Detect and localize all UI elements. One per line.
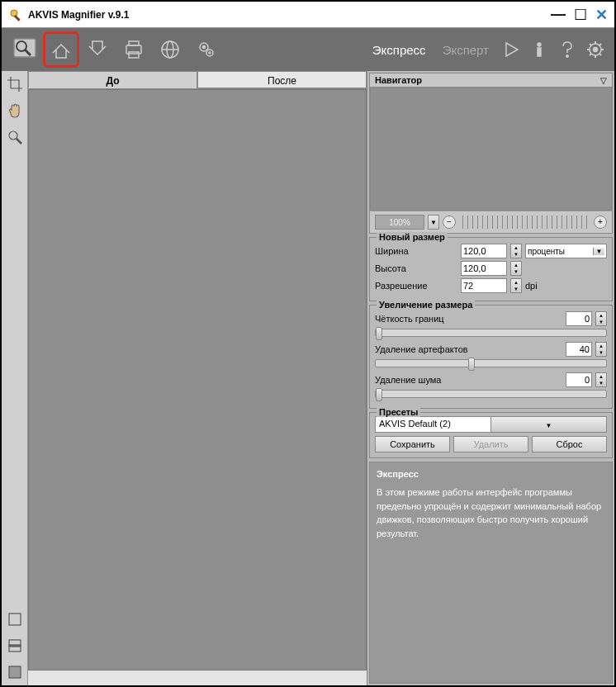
open-image-button[interactable] <box>7 31 43 68</box>
dpi-label: dpi <box>525 281 538 291</box>
zoom-dropdown[interactable]: ▼ <box>428 215 439 230</box>
mode-express[interactable]: Экспресс <box>372 43 426 57</box>
svg-point-20 <box>594 48 598 52</box>
publish-button[interactable] <box>152 31 188 68</box>
noise-spinner[interactable]: ▲▼ <box>595 372 607 387</box>
canvas-scrollbar[interactable] <box>28 670 367 685</box>
height-label: Высота <box>375 263 457 273</box>
print-button[interactable] <box>116 31 152 68</box>
zoom-percent: 100% <box>375 215 424 230</box>
main-toolbar: Экспресс Эксперт <box>2 28 614 71</box>
main-canvas-area: До После <box>28 71 367 685</box>
new-size-group: Новый размер Ширина ▲▼ проценты▼ Высота … <box>369 237 613 301</box>
canvas[interactable] <box>28 89 367 670</box>
svg-rect-31 <box>9 614 21 625</box>
help-button[interactable] <box>553 36 581 64</box>
svg-point-14 <box>209 52 211 54</box>
artifact-value[interactable] <box>566 342 592 357</box>
navigator-title: Навигатор <box>375 75 422 85</box>
units-combo[interactable]: проценты▼ <box>525 244 607 258</box>
resolution-input[interactable] <box>461 278 507 293</box>
svg-line-28 <box>599 44 601 45</box>
svg-rect-32 <box>9 640 21 645</box>
tab-after[interactable]: После <box>197 71 367 88</box>
new-size-title: Новый размер <box>377 232 448 242</box>
edge-slider[interactable] <box>375 329 607 337</box>
width-spinner[interactable]: ▲▼ <box>510 244 522 258</box>
tab-before[interactable]: До <box>28 71 197 88</box>
presets-title: Пресеты <box>377 407 420 417</box>
view-single[interactable] <box>2 606 28 633</box>
navigator-panel: Навигатор ▽ 100% ▼ − + <box>369 73 613 234</box>
minimize-button[interactable]: — <box>551 6 566 24</box>
content-area: До После Навигатор ▽ 100% ▼ − + <box>2 71 614 685</box>
svg-rect-35 <box>9 666 21 678</box>
svg-point-18 <box>566 55 568 57</box>
svg-rect-7 <box>129 52 139 58</box>
width-input[interactable] <box>461 244 507 258</box>
resolution-spinner[interactable]: ▲▼ <box>510 278 522 293</box>
svg-rect-33 <box>9 647 21 651</box>
svg-rect-6 <box>129 41 139 45</box>
noise-slider[interactable] <box>375 390 607 398</box>
preset-current: AKVIS Default (2) <box>376 417 490 432</box>
svg-point-16 <box>538 43 541 46</box>
app-window: AKVIS Magnifier v.9.1 — ☐ ✕ Экспресс Экс… <box>0 0 616 687</box>
svg-rect-1 <box>14 15 21 21</box>
zoom-in-button[interactable]: + <box>594 216 607 229</box>
resolution-label: Разрешение <box>375 281 457 291</box>
chevron-down-icon: ▼ <box>490 417 606 432</box>
info-title: Экспресс <box>377 469 605 479</box>
save-button[interactable] <box>79 31 116 68</box>
edge-spinner[interactable]: ▲▼ <box>595 311 607 326</box>
svg-line-27 <box>590 54 591 55</box>
window-controls: — ☐ ✕ <box>551 6 608 24</box>
preset-combo[interactable]: AKVIS Default (2) ▼ <box>375 416 607 433</box>
noise-label: Удаление шума <box>375 375 562 385</box>
batch-button[interactable] <box>188 31 225 68</box>
artifact-spinner[interactable]: ▲▼ <box>595 342 607 357</box>
run-button[interactable] <box>497 36 525 64</box>
navigator-preview[interactable] <box>370 87 612 211</box>
height-input[interactable] <box>461 261 507 276</box>
preset-reset-button[interactable]: Сброс <box>532 436 607 452</box>
zoom-tool[interactable] <box>2 124 28 150</box>
artifact-slider[interactable] <box>375 359 607 367</box>
navigator-zoom-controls: 100% ▼ − + <box>370 211 612 233</box>
svg-marker-15 <box>506 43 518 56</box>
chevron-down-icon: ▽ <box>600 76 607 85</box>
app-icon <box>8 7 23 22</box>
view-preview[interactable] <box>2 659 28 685</box>
maximize-button[interactable]: ☐ <box>574 6 587 24</box>
canvas-tabs: До После <box>28 71 367 89</box>
mode-expert[interactable]: Эксперт <box>443 43 489 57</box>
svg-rect-17 <box>538 48 541 56</box>
upscale-title: Увеличение размера <box>377 300 475 310</box>
width-label: Ширина <box>375 246 457 256</box>
info-button[interactable] <box>525 36 553 64</box>
preset-save-button[interactable]: Сохранить <box>375 436 450 452</box>
zoom-out-button[interactable]: − <box>443 216 456 229</box>
crop-tool[interactable] <box>2 71 28 97</box>
info-panel: Экспресс В этом режиме работы интерфейс … <box>369 462 613 684</box>
svg-line-26 <box>599 54 601 55</box>
open-folder-button[interactable] <box>43 31 79 68</box>
preset-delete-button[interactable]: Удалить <box>453 436 528 452</box>
mode-tabs: Экспресс Эксперт <box>372 43 489 57</box>
noise-value[interactable] <box>566 372 592 387</box>
edge-value[interactable] <box>566 311 592 326</box>
svg-point-13 <box>203 46 206 49</box>
height-spinner[interactable]: ▲▼ <box>510 261 522 276</box>
zoom-slider[interactable] <box>462 216 587 229</box>
window-title: AKVIS Magnifier v.9.1 <box>28 9 551 21</box>
svg-line-30 <box>17 139 21 144</box>
settings-button[interactable] <box>581 36 609 64</box>
close-button[interactable]: ✕ <box>595 6 608 24</box>
edge-label: Чёткость границ <box>375 314 562 324</box>
navigator-header[interactable]: Навигатор ▽ <box>370 73 612 87</box>
titlebar: AKVIS Magnifier v.9.1 — ☐ ✕ <box>2 2 614 28</box>
hand-tool[interactable] <box>2 97 28 124</box>
side-toolbar <box>2 71 28 685</box>
view-split[interactable] <box>2 633 28 659</box>
info-text: В этом режиме работы интерфейс программы… <box>377 486 605 540</box>
